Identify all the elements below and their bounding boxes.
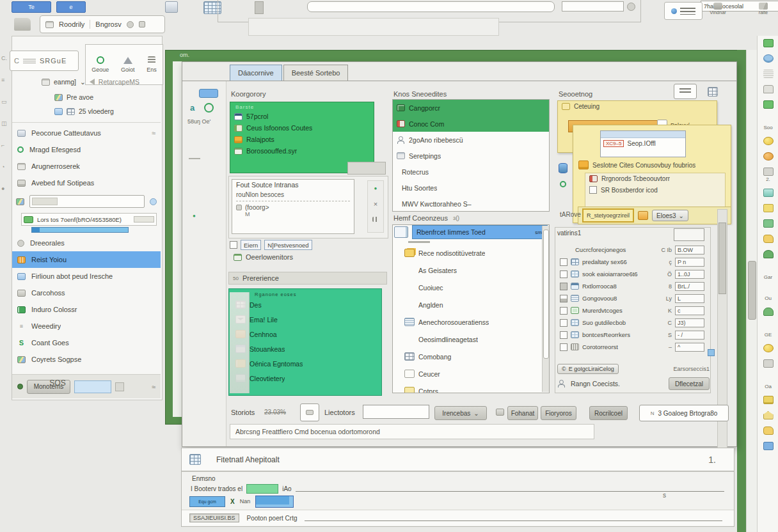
command-item[interactable]: As Geisaters	[393, 262, 549, 279]
preference-item[interactable]: Des	[229, 297, 381, 312]
open-icon[interactable]	[638, 211, 648, 220]
tool-button[interactable]: Ens	[147, 56, 157, 73]
rail-pill[interactable]	[199, 89, 218, 98]
pins-icon[interactable]	[372, 217, 379, 222]
commands-selected-row[interactable]: Rbenfrcet Iimmes Toed sm|	[393, 225, 549, 239]
setting-row[interactable]: Cucrcforecjonegos C Ib B.OW	[559, 244, 706, 256]
dropdown-box[interactable]: XC9–5 Seop.IOffl	[600, 130, 686, 157]
sidebar-icon-item[interactable]	[763, 308, 774, 317]
setting-value[interactable]: P n	[675, 258, 704, 267]
command-item[interactable]: Cntprs	[393, 382, 549, 393]
preference-item[interactable]: Ema! Lile	[229, 312, 381, 327]
irencebas-dropdown[interactable]: Irencebas	[434, 406, 487, 420]
clock-icon[interactable]	[627, 3, 635, 11]
sidebar-item[interactable]: Firlioun abot peud Iresche	[12, 268, 161, 285]
sidebar-icon-item[interactable]	[763, 344, 774, 353]
setting-checkbox[interactable]	[560, 258, 568, 266]
shortcut-item[interactable]: MWV Kwcttorahheo S–	[393, 196, 549, 212]
dialog-scrollbar-thumb[interactable]	[718, 223, 726, 294]
border-check-row[interactable]: SR Bosxberdor icod	[585, 184, 725, 196]
setting-checkbox[interactable]	[560, 319, 568, 327]
quick-item-2[interactable]: Bngrosv	[95, 20, 121, 28]
ceteuing-row[interactable]: Ceteuing	[558, 101, 717, 112]
sidebar-icon-item[interactable]	[763, 396, 774, 405]
setting-checkbox[interactable]	[560, 307, 568, 315]
sidebar-icon-item[interactable]	[763, 442, 774, 451]
blue-chip-button[interactable]: Equ gcm	[189, 496, 225, 507]
sidebar-icon-item[interactable]	[763, 235, 774, 244]
footer-chip[interactable]: SSAJIEUIISI.BS	[189, 513, 239, 522]
setting-row[interactable]: Corotorreorst – ^	[559, 341, 706, 353]
sidebar-icon-item[interactable]	[763, 411, 774, 420]
printer-icon[interactable]	[14, 18, 31, 31]
setting-value[interactable]: 1..0J	[675, 270, 704, 279]
setting-row[interactable]: predaltaty sex66 ç P n	[559, 256, 706, 268]
grid-icon[interactable]	[139, 21, 145, 27]
shortcut-item[interactable]: Rotecrus	[393, 164, 549, 180]
command-item[interactable]: Cuoiuec	[393, 279, 549, 296]
shortcut-item[interactable]: Conoc Com	[393, 116, 549, 132]
liectotors-input[interactable]	[363, 405, 429, 419]
small-field[interactable]	[562, 1, 624, 12]
sidebar-item[interactable]: Dreeorales	[12, 235, 161, 251]
gold-button[interactable]: R_stetyoegrzireil	[582, 208, 634, 223]
close-dropdown-button[interactable]: Eloes3	[652, 210, 688, 221]
setting-row[interactable]: Suo gutdilecbob C J3)	[559, 317, 706, 329]
sidebar-item[interactable]: Avebed fuf Sotipeas	[12, 175, 161, 191]
setting-checkbox[interactable]	[560, 295, 568, 302]
setting-value[interactable]: J3)	[675, 318, 704, 327]
setting-value[interactable]: - /	[675, 331, 704, 340]
category-item[interactable]: Borosoouffed.syr	[230, 145, 374, 157]
prg-row[interactable]: Rrgnorods Tcbeoouvtorr	[585, 173, 725, 184]
default-button[interactable]: Dflecetzal	[669, 377, 710, 390]
rail-go-icon[interactable]	[190, 212, 198, 219]
preference-item[interactable]: Stouankeas	[229, 341, 381, 356]
quick-item-1[interactable]: Roodrily	[59, 20, 84, 28]
apply-button[interactable]: Rocrilcoel	[589, 406, 628, 420]
sidebar-icon-item[interactable]	[763, 54, 774, 63]
sidebar-icon-item[interactable]	[763, 85, 774, 94]
command-item[interactable]: Oeosimdlineagetast	[393, 331, 549, 348]
edit-grid-button[interactable]	[703, 84, 722, 99]
sidebar-icon-item[interactable]	[763, 137, 774, 146]
commands-scrollbar-thumb[interactable]	[543, 230, 549, 359]
shortcut-item[interactable]: Htu Soortes	[393, 180, 549, 196]
sidebar-icon-item[interactable]	[763, 426, 774, 435]
category-item[interactable]: 57pcrol	[230, 111, 374, 122]
footer-field[interactable]	[74, 380, 111, 393]
command-item[interactable]: Ceucer	[393, 365, 549, 382]
sidebar-item[interactable]: Carcohoss	[12, 285, 161, 301]
setting-row[interactable]: Murerdvtcoges K c	[559, 304, 706, 317]
setting-row[interactable]: bontcesReorrkers S - /	[559, 329, 706, 341]
window-tool[interactable]: Vindnar	[709, 3, 727, 17]
menu-button[interactable]	[664, 2, 703, 20]
setting-checkbox[interactable]	[560, 270, 568, 278]
sidebar-icon-item[interactable]	[763, 189, 774, 198]
rail-a-icon[interactable]: a	[190, 103, 194, 113]
category-item[interactable]: Ceus Isfoonos Coutes	[230, 122, 374, 134]
setting-value[interactable]: ^	[675, 343, 704, 352]
sidebar-icon-item[interactable]	[763, 359, 774, 368]
setting-checkbox[interactable]	[560, 331, 568, 339]
sidebar-icon-item[interactable]: Oa	[763, 375, 774, 389]
progress-row[interactable]: Lors tos 7oenf(bRO/4553580E)	[21, 213, 157, 226]
shortcut-item[interactable]: Cangporcr	[393, 100, 549, 116]
category-item[interactable]: Ralajpots	[230, 134, 374, 145]
preference-item[interactable]: Cleovtietery	[229, 371, 381, 386]
font-source-line3[interactable]: (fooorg>	[245, 204, 269, 211]
sidebar-item[interactable]: Reist Yoiou	[12, 251, 161, 268]
search-go-icon[interactable]	[150, 198, 157, 205]
options-icon[interactable]	[127, 21, 134, 28]
key-button[interactable]	[300, 403, 319, 421]
sidebar-item[interactable]: Coyrets Sogpse	[12, 351, 161, 368]
sidebar-icon-item[interactable]	[763, 100, 774, 109]
command-item[interactable]: Aenechorosoueratienss	[393, 313, 549, 331]
setting-value[interactable]: B.OW	[675, 246, 704, 254]
catalog-chip[interactable]: ©E goIgcLiraiCelog	[557, 364, 619, 374]
sidebar-icon-item[interactable]	[763, 152, 774, 161]
sidebar-item[interactable]: Arugnerroserek	[12, 158, 161, 175]
sidebar-icon-item[interactable]	[763, 250, 774, 259]
app-chip-2[interactable]: e	[56, 1, 86, 13]
enable-chip-1[interactable]: Eiern	[241, 240, 261, 250]
brand-box[interactable]: C SRGuE	[10, 51, 79, 71]
